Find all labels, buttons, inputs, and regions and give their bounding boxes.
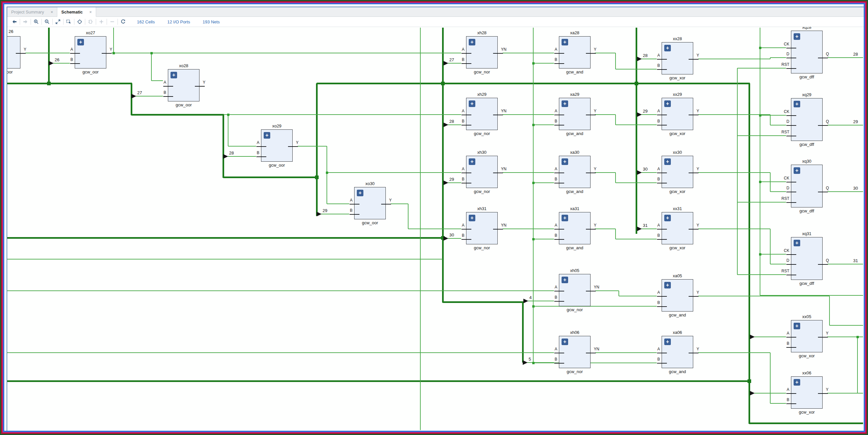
net-wire[interactable] xyxy=(642,229,657,229)
net-wire[interactable] xyxy=(770,264,786,264)
net-wire[interactable] xyxy=(111,53,461,53)
net-wire[interactable] xyxy=(828,57,863,58)
net-wire[interactable] xyxy=(391,203,408,204)
expand-cell-icon[interactable]: + xyxy=(357,190,363,196)
expand-cell-icon[interactable]: + xyxy=(562,158,568,165)
net-wire[interactable] xyxy=(448,238,461,239)
net-wire[interactable] xyxy=(595,172,616,173)
net-wire[interactable] xyxy=(760,254,786,255)
bus-tap-arrow-icon[interactable] xyxy=(637,227,642,231)
expand-cell-icon[interactable]: + xyxy=(664,215,671,221)
cell-xo27[interactable]: xo27gcw_oor+ABY xyxy=(75,36,106,68)
expand-cell-icon[interactable]: + xyxy=(469,39,475,46)
cells-count-link[interactable]: 162 Cells xyxy=(137,20,155,24)
cell-xo30[interactable]: xo30gcw_oor+ABY xyxy=(354,187,386,219)
close-icon[interactable]: × xyxy=(51,9,53,14)
net-wire[interactable] xyxy=(615,229,616,239)
bus-wire[interactable] xyxy=(443,301,523,303)
cell-xx06[interactable]: xx06gcw_xor+ABY xyxy=(791,376,823,409)
net-wire[interactable] xyxy=(830,325,863,326)
expand-cell-icon[interactable]: + xyxy=(562,100,568,107)
close-icon[interactable]: × xyxy=(89,9,92,14)
bus-wire[interactable] xyxy=(48,28,50,84)
autofit-selection-icon[interactable] xyxy=(76,18,84,25)
net-wire[interactable] xyxy=(760,181,786,182)
tab-schematic[interactable]: Schematic × xyxy=(57,7,96,17)
bus-wire[interactable] xyxy=(7,380,750,382)
expand-cell-icon[interactable]: + xyxy=(664,100,671,107)
net-wire[interactable] xyxy=(533,124,554,125)
bus-tap-arrow-icon[interactable] xyxy=(49,61,54,65)
expand-cell-icon[interactable]: + xyxy=(562,339,568,345)
net-wire[interactable] xyxy=(642,172,657,173)
net-wire[interactable] xyxy=(698,352,770,353)
net-wire[interactable] xyxy=(327,203,349,204)
expand-cell-icon[interactable]: + xyxy=(562,39,568,46)
net-wire[interactable] xyxy=(619,296,657,296)
net-wire[interactable] xyxy=(737,274,786,275)
net-wire[interactable] xyxy=(408,204,408,229)
net-wire[interactable] xyxy=(770,403,786,404)
zoom-area-icon[interactable] xyxy=(65,18,73,25)
net-wire[interactable] xyxy=(770,115,771,125)
cell-xa30[interactable]: xa30gcw_and+ABY xyxy=(559,156,591,188)
net-wire[interactable] xyxy=(224,114,461,115)
bus-tap-arrow-icon[interactable] xyxy=(317,212,321,216)
net-wire[interactable] xyxy=(737,68,738,274)
net-wire[interactable] xyxy=(25,53,70,53)
net-wire[interactable] xyxy=(533,306,657,307)
bus-wire[interactable] xyxy=(222,115,224,178)
net-wire[interactable] xyxy=(327,146,327,204)
bus-tap-arrow-icon[interactable] xyxy=(443,61,448,65)
schematic-canvas[interactable]: 262728292728293028293031452829303126gcw_… xyxy=(7,27,864,431)
bus-tap-arrow-icon[interactable] xyxy=(223,154,228,159)
net-wire[interactable] xyxy=(151,53,152,81)
cell-xq31[interactable]: xq31gcw_dff+CKDRSTQ xyxy=(791,237,823,280)
net-wire[interactable] xyxy=(503,229,554,229)
net-wire[interactable] xyxy=(533,63,554,63)
expand-cell-icon[interactable]: + xyxy=(664,158,671,165)
net-wire[interactable] xyxy=(533,182,554,183)
net-wire[interactable] xyxy=(828,125,863,125)
net-wire[interactable] xyxy=(770,173,771,192)
net-wire[interactable] xyxy=(770,57,786,58)
zoom-in-icon[interactable] xyxy=(32,18,40,25)
cell-xh06[interactable]: xh06gcw_nor+ABYN xyxy=(559,336,591,368)
bus-wire[interactable] xyxy=(748,83,750,424)
net-wire[interactable] xyxy=(527,362,554,363)
net-wire[interactable] xyxy=(828,191,863,192)
tab-project-summary[interactable]: Project Summary × xyxy=(7,7,57,17)
net-wire[interactable] xyxy=(754,393,786,394)
net-wire[interactable] xyxy=(595,352,657,353)
cell-xh30[interactable]: xh30gcw_nor+ABYN xyxy=(466,156,498,188)
bus-wire[interactable] xyxy=(131,83,132,115)
bus-wire[interactable] xyxy=(749,423,863,424)
bus-tap-arrow-icon[interactable] xyxy=(131,94,136,98)
cell-xx31[interactable]: xx31gcw_xor+ABY xyxy=(662,212,693,244)
cell-xh28[interactable]: xh28gcw_nor+ABYN xyxy=(466,36,498,68)
net-wire[interactable] xyxy=(228,156,256,157)
expand-cell-icon[interactable]: + xyxy=(794,240,800,246)
expand-cell-icon[interactable]: + xyxy=(469,100,475,107)
bus-tap-arrow-icon[interactable] xyxy=(523,360,528,365)
net-wire[interactable] xyxy=(829,296,830,325)
cell-xo29[interactable]: xo29gcw_oor+ABY xyxy=(261,129,292,162)
net-wire[interactable] xyxy=(448,63,461,63)
expand-cell-icon[interactable]: + xyxy=(469,215,475,221)
cell-xh29[interactable]: xh29gcw_nor+ABYN xyxy=(466,98,498,130)
nets-count-link[interactable]: 193 Nets xyxy=(203,20,220,24)
net-wire[interactable] xyxy=(828,264,863,264)
expand-cell-icon[interactable]: + xyxy=(794,101,800,107)
net-wire[interactable] xyxy=(642,114,657,115)
net-wire[interactable] xyxy=(7,352,554,353)
regenerate-icon[interactable] xyxy=(119,18,127,25)
net-wire[interactable] xyxy=(321,214,349,214)
expand-cell-icon[interactable]: + xyxy=(562,215,568,221)
net-wire[interactable] xyxy=(737,68,786,68)
net-wire[interactable] xyxy=(770,125,786,125)
cell-xa28[interactable]: xa28gcw_and+ABY xyxy=(559,36,591,68)
net-wire[interactable] xyxy=(616,239,657,239)
net-wire[interactable] xyxy=(770,229,771,264)
net-wire[interactable] xyxy=(737,202,786,203)
bus-wire[interactable] xyxy=(7,237,443,239)
